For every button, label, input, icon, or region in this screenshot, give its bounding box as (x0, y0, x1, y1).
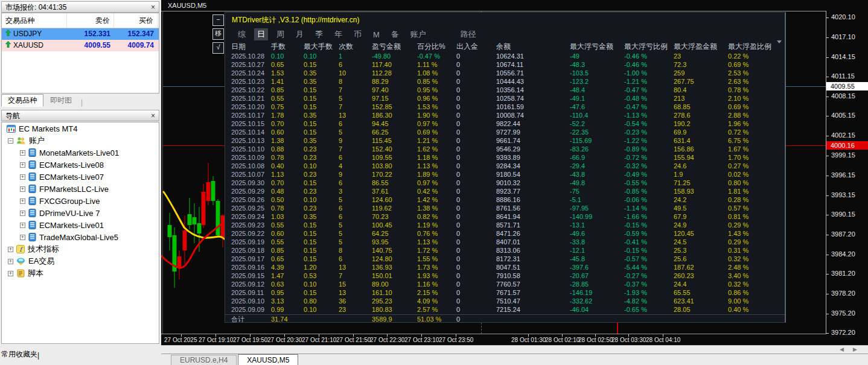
stats-menu: 综日周月季年币M备账户路径 (225, 28, 785, 41)
time-tick (628, 334, 629, 337)
navigator-tab-2[interactable]: 收藏夹 (16, 349, 37, 360)
tree-node-section[interactable]: +f技术指标 (2, 243, 159, 255)
tree-node-account[interactable]: +MonetaMarkets-Live01 (2, 147, 159, 159)
scroll-right-icon[interactable]: ▶ (853, 346, 857, 352)
stats-cell: 2025.09.18 (231, 246, 271, 255)
collapse-icon[interactable]: − (8, 138, 13, 144)
stats-cell: 152.40 (372, 145, 417, 153)
stats-cell: 0.15 (304, 229, 339, 238)
stats-column-header: 最大浮亏比例 (624, 41, 674, 52)
stats-menu-item[interactable]: M (370, 30, 383, 40)
stats-row: 2025.10.210.550.15597.150.96 %010258.74-… (225, 94, 785, 103)
market-watch-tab-1[interactable]: 交易品种 (1, 94, 43, 107)
chart-scrollbar[interactable]: ◀ ▶ (161, 345, 868, 354)
close-icon[interactable]: × (151, 110, 155, 122)
close-icon[interactable]: × (151, 2, 155, 13)
chart-tab[interactable]: EURUSD.e,H4 (171, 355, 237, 365)
stats-menu-item[interactable]: 季 (312, 28, 326, 40)
stats-move-button[interactable]: 移 (212, 28, 224, 40)
account-label[interactable]: ECMarkets-Live08 (39, 160, 104, 170)
stats-menu-item[interactable]: 币 (351, 28, 365, 40)
account-label[interactable]: ECMarkets-Live07 (39, 173, 104, 182)
tree-root-label[interactable]: EC Markets MT4 (19, 124, 78, 133)
tree-node-account[interactable]: +ECMarkets-Live01 (2, 219, 159, 231)
time-tick (421, 334, 422, 337)
tree-accounts-label[interactable]: 账户 (29, 135, 45, 146)
stats-column-header: 最大手数 (304, 41, 339, 52)
scroll-left-icon[interactable]: ◀ (840, 346, 844, 352)
stats-cell: 2025.09.26 (231, 195, 271, 204)
time-axis[interactable]: 27 Oct 202527 Oct 19:1027 Oct 19:5027 Oc… (161, 334, 826, 345)
stats-menu-item[interactable]: 综 (235, 28, 249, 40)
expand-icon[interactable]: + (20, 223, 25, 228)
stats-cell: -0.06 % (624, 195, 674, 204)
market-watch-titlebar[interactable]: 市场报价: 04:41:35 × (1, 1, 159, 13)
expand-icon[interactable]: + (8, 271, 13, 276)
section-label[interactable]: EA交易 (28, 256, 54, 267)
stats-menu-item[interactable]: 月 (293, 28, 307, 40)
stats-cell: 1.81 % (728, 187, 785, 195)
expand-icon[interactable]: + (20, 162, 25, 168)
tree-node-account[interactable]: +ECMarkets-Live07 (2, 171, 159, 183)
tree-node-account[interactable]: +DPrimeVU-Live 7 (2, 207, 159, 219)
stats-cell: 13 (339, 263, 372, 271)
chart-area[interactable]: XAUUSD,M5 4020.104017.104014.154011.1540… (161, 0, 868, 365)
navigator-titlebar[interactable]: 导航 × (1, 110, 159, 121)
expand-icon[interactable]: + (20, 174, 25, 180)
stats-cell: 0 (456, 246, 496, 255)
account-label[interactable]: FXCGGroup-Live (39, 197, 100, 206)
expand-icon[interactable]: + (20, 198, 25, 204)
market-watch-row[interactable]: XAUUSD4009.554009.74 (2, 40, 159, 51)
stats-menu-item[interactable]: 账户 (407, 28, 429, 40)
navigator-tab-1[interactable]: 常用 (1, 349, 16, 360)
market-watch-row[interactable]: USDJPY152.331152.347 (2, 28, 159, 40)
expand-icon[interactable]: + (20, 150, 25, 156)
stats-cell: 0.02 % (728, 170, 785, 179)
account-label[interactable]: DPrimeVU-Live 7 (39, 209, 100, 218)
stats-minimize-button[interactable]: − (212, 14, 224, 26)
symbol-cell[interactable]: USDJPY (2, 28, 67, 40)
stats-cell: 2025.09.11 (231, 288, 271, 297)
market-watch-tab-2[interactable]: 即时图 (43, 94, 78, 107)
chart-tab[interactable]: XAUUSD,M5 (238, 354, 298, 365)
tree-root[interactable]: EC Markets MT4 (2, 122, 159, 135)
account-label[interactable]: TradeMaxGlobal-Live5 (39, 233, 118, 242)
tree-node-accounts[interactable]: − 账户 (2, 135, 159, 147)
tree-node-section[interactable]: +脚本 (2, 267, 159, 279)
symbol-cell[interactable]: XAUUSD (2, 40, 67, 51)
tree-node-account[interactable]: +TradeMaxGlobal-Live5 (2, 231, 159, 243)
expand-icon[interactable]: + (8, 259, 13, 264)
expand-icon[interactable]: + (20, 186, 25, 192)
ask-cell: 4009.74 (114, 40, 158, 51)
price-axis[interactable]: 4020.104017.104014.154011.154008.154005.… (826, 11, 868, 334)
stats-menu-item[interactable]: 备 (388, 28, 402, 40)
tree-node-account[interactable]: +FXCGGroup-Live (2, 195, 159, 207)
tick-dash (826, 97, 829, 97)
expand-icon[interactable]: + (20, 211, 25, 216)
stats-cell: -47.6 (570, 103, 624, 111)
account-label[interactable]: ECMarkets-Live01 (39, 221, 104, 230)
tree-node-account[interactable]: +FPMarketsLLC-Live (2, 183, 159, 195)
stats-cell: 0.15 (304, 119, 339, 128)
stats-row: 2025.09.090.990.1023180.832.57 %07215.24… (225, 305, 785, 314)
stats-menu-item[interactable]: 日 (254, 28, 268, 40)
tab-divider: | (37, 351, 39, 360)
stats-cell: 1.62 % (417, 145, 456, 153)
stats-row: 2025.10.231.410.35888.290.85 %010444.43-… (225, 77, 785, 86)
stats-cell: -1.66 % (624, 212, 674, 221)
expand-icon[interactable]: + (20, 235, 25, 240)
tree-node-section[interactable]: +EA交易 (2, 255, 159, 267)
stats-menu-item[interactable]: 年 (331, 28, 345, 40)
stats-menu-item[interactable]: 周 (273, 28, 287, 40)
section-label[interactable]: 脚本 (28, 268, 43, 279)
tree-node-account[interactable]: +ECMarkets-Live08 (2, 159, 159, 171)
indicators-icon: f (16, 245, 25, 253)
account-label[interactable]: MonetaMarkets-Live01 (39, 148, 119, 157)
stats-cell: 23 (339, 305, 372, 314)
section-label[interactable]: 技术指标 (28, 244, 59, 255)
stats-check-button[interactable]: √ (212, 42, 224, 54)
stats-column-header: 最大浮盈比例 (728, 41, 785, 52)
stats-menu-item[interactable]: 路径 (458, 28, 479, 40)
account-label[interactable]: FPMarketsLLC-Live (39, 185, 109, 194)
expand-icon[interactable]: + (8, 247, 13, 252)
